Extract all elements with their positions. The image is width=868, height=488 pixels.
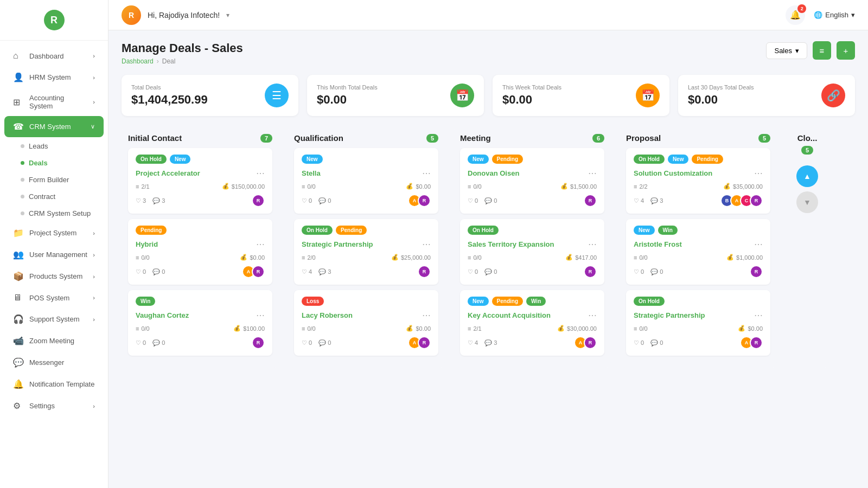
- deal-meta: ≡ 0/0 💰 $100.00: [136, 325, 265, 332]
- deal-meta: ≡ 2/1 💰 $30,000.00: [468, 325, 597, 332]
- tag-win: Win: [658, 226, 678, 235]
- sidebar-item-pos[interactable]: 🖥 POS System ›: [4, 287, 104, 308]
- stat-icon-30days: 🔗: [821, 84, 845, 107]
- deal-meta: ≡ 0/0 💰 $0.00: [136, 254, 265, 261]
- stat-card-30days: Last 30 Days Total Deals $0.00 🔗: [678, 75, 855, 116]
- deal-menu-button[interactable]: ⋯: [754, 239, 763, 249]
- col-header-initial-contact: Initial Contact 7: [128, 133, 272, 143]
- sidebar-navigation: ⌂ Dashboard › 👤 HRM System › ⊞ Accountin…: [0, 41, 108, 421]
- comment-count: 💬 3: [650, 197, 663, 204]
- deal-name[interactable]: Aristotle Frost: [634, 240, 682, 248]
- breadcrumb-home[interactable]: Dashboard: [122, 57, 154, 65]
- add-deal-button[interactable]: +: [837, 41, 855, 60]
- deal-menu-button[interactable]: ⋯: [588, 239, 597, 249]
- deal-name[interactable]: Stella: [302, 169, 321, 177]
- deal-meta: ≡ 2/0 💰 $25,000.00: [302, 254, 431, 261]
- task-count: ≡ 2/1: [136, 183, 150, 190]
- deal-menu-button[interactable]: ⋯: [256, 239, 265, 249]
- deal-name[interactable]: Strategic Partnership: [302, 240, 373, 248]
- sidebar-item-products[interactable]: 📦 Products System ›: [4, 266, 104, 287]
- sidebar-item-dashboard[interactable]: ⌂ Dashboard ›: [4, 46, 104, 66]
- sidebar-sub-form-builder[interactable]: Form Builder: [0, 171, 108, 188]
- deal-name[interactable]: Project Accelerator: [136, 169, 200, 177]
- col-badge: 5: [426, 134, 438, 143]
- kanban-col-closing-partial: Clo... 5 ▲ ▼: [786, 127, 829, 368]
- deal-menu-button[interactable]: ⋯: [754, 310, 763, 320]
- deal-name[interactable]: Sales Territory Expansion: [468, 240, 554, 248]
- deal-menu-button[interactable]: ⋯: [256, 168, 265, 178]
- stat-value: $0.00: [317, 93, 378, 107]
- deal-menu-button[interactable]: ⋯: [256, 310, 265, 320]
- deal-amount: 💰 $0.00: [240, 254, 265, 261]
- grid-view-button[interactable]: ≡: [813, 41, 831, 60]
- deal-tags: On Hold: [634, 297, 763, 306]
- sidebar-sub-deals[interactable]: Deals: [0, 155, 108, 171]
- deal-card-strategic-q: On Hold Pending Strategic Partnership ⋯ …: [294, 219, 438, 285]
- avatar: R: [418, 265, 431, 278]
- deal-name[interactable]: Hybrid: [136, 240, 158, 248]
- avatar: R: [252, 265, 265, 278]
- sidebar-item-messenger[interactable]: 💬 Messenger: [4, 352, 104, 373]
- like-count: ♡ 0: [136, 339, 146, 346]
- messenger-icon: 💬: [13, 357, 24, 368]
- stat-label: This Week Total Deals: [502, 84, 561, 91]
- sidebar-item-label: Settings: [29, 402, 55, 410]
- sub-dot-icon: [21, 195, 24, 198]
- breadcrumb-current: Deal: [162, 57, 176, 65]
- filter-dropdown[interactable]: Sales ▾: [766, 42, 807, 59]
- deal-amount: 💰 $1,500.00: [560, 183, 597, 190]
- breadcrumb-separator: ›: [157, 57, 159, 65]
- deal-counts: ♡ 4 💬 3: [468, 339, 497, 346]
- notification-button[interactable]: 🔔 2: [786, 5, 805, 25]
- deal-name[interactable]: Donovan Oisen: [468, 169, 519, 177]
- sidebar-sub-crm-setup[interactable]: CRM System Setup: [0, 205, 108, 222]
- sidebar-item-notification[interactable]: 🔔 Notification Template: [4, 374, 104, 395]
- deal-name[interactable]: Solution Customization: [634, 169, 712, 177]
- sidebar-item-usermgmt[interactable]: 👥 User Management ›: [4, 244, 104, 265]
- deal-footer: ♡ 0 💬 0 A R: [302, 194, 431, 207]
- deal-name[interactable]: Lacy Roberson: [302, 311, 353, 319]
- sidebar-sub-contract[interactable]: Contract: [0, 188, 108, 205]
- language-button[interactable]: 🌐 English ▾: [814, 11, 855, 19]
- deal-menu-button[interactable]: ⋯: [422, 310, 431, 320]
- task-count: ≡ 0/0: [634, 254, 648, 261]
- deal-menu-button[interactable]: ⋯: [588, 310, 597, 320]
- deal-name[interactable]: Vaughan Cortez: [136, 311, 189, 319]
- tag-new: New: [302, 155, 323, 164]
- deal-footer: ♡ 0 💬 0 R: [136, 336, 265, 349]
- sidebar-item-zoom[interactable]: 📹 Zoom Meeting: [4, 330, 104, 351]
- greeting-dropdown-icon[interactable]: ▾: [226, 11, 229, 19]
- sidebar-item-crm[interactable]: ☎ CRM System ∨: [4, 116, 104, 137]
- stat-label: Last 30 Days Total Deals: [688, 84, 754, 91]
- sidebar-item-settings[interactable]: ⚙ Settings ›: [4, 395, 104, 416]
- stat-label: Total Deals: [131, 84, 208, 91]
- avatars: R: [252, 336, 265, 349]
- tag-onhold: On Hold: [468, 226, 499, 235]
- deal-title-row: Sales Territory Expansion ⋯: [468, 239, 597, 249]
- sidebar-item-accounting[interactable]: ⊞ Accounting System ›: [4, 88, 104, 115]
- closing-scroll-up[interactable]: ▲: [796, 165, 818, 187]
- deal-name[interactable]: Strategic Partnership: [634, 311, 705, 319]
- deal-amount: 💰 $35,000.00: [723, 183, 763, 190]
- sidebar-item-label: Notification Template: [29, 380, 94, 388]
- deal-card-key-account: New Pending Win Key Account Acquisition …: [460, 290, 604, 356]
- header-actions: Sales ▾ ≡ +: [766, 41, 855, 60]
- filter-dropdown-icon: ▾: [795, 47, 799, 55]
- stat-info: Total Deals $1,404,250.99: [131, 84, 208, 107]
- globe-icon: 🌐: [814, 11, 822, 19]
- sidebar-logo: R: [0, 0, 108, 41]
- deal-menu-button[interactable]: ⋯: [588, 168, 597, 178]
- deal-menu-button[interactable]: ⋯: [754, 168, 763, 178]
- sidebar-item-project[interactable]: 📁 Project System ›: [4, 222, 104, 243]
- deal-menu-button[interactable]: ⋯: [422, 239, 431, 249]
- comment-count: 💬 0: [650, 268, 663, 275]
- deal-amount: 💰 $150,000.00: [222, 183, 265, 190]
- comment-count: 💬 0: [152, 339, 165, 346]
- deal-name[interactable]: Key Account Acquisition: [468, 311, 551, 319]
- sidebar-item-support[interactable]: 🎧 Support System ›: [4, 309, 104, 330]
- sidebar-sub-leads[interactable]: Leads: [0, 138, 108, 155]
- closing-scroll-down[interactable]: ▼: [796, 191, 818, 213]
- sidebar-item-hrm[interactable]: 👤 HRM System ›: [4, 67, 104, 88]
- deal-menu-button[interactable]: ⋯: [422, 168, 431, 178]
- notification-badge: 2: [797, 4, 806, 13]
